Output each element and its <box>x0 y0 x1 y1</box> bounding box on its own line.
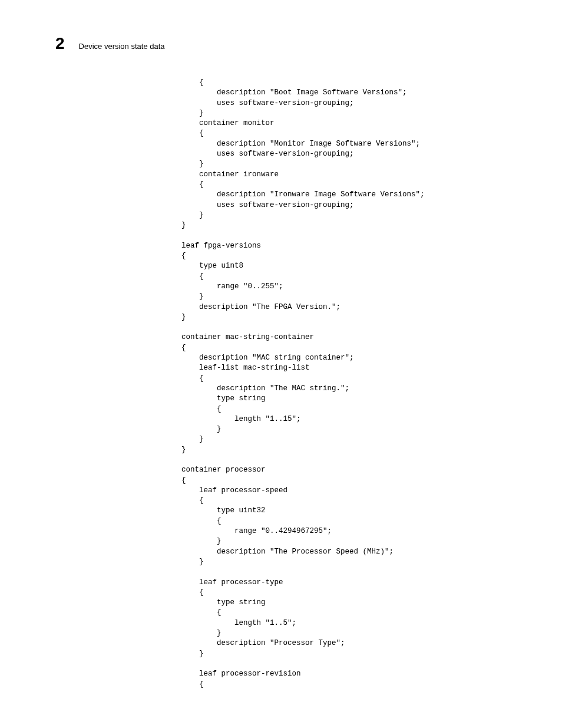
page-header: 2 Device version state data <box>55 34 165 53</box>
page-number: 2 <box>55 34 65 53</box>
section-title: Device version state data <box>79 42 165 51</box>
code-block: { description "Boot Image Software Versi… <box>164 78 425 690</box>
